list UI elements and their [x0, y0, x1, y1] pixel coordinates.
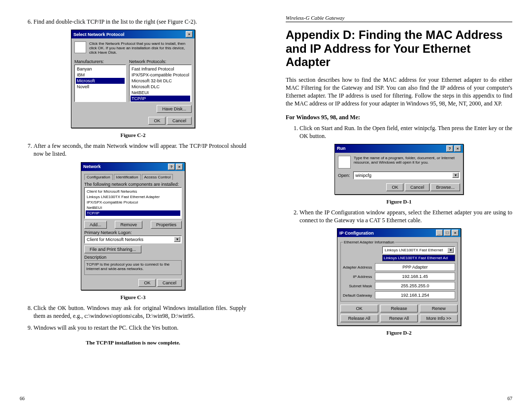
dialog-title: Run: [337, 146, 346, 151]
list-item[interactable]: Banyan: [76, 66, 125, 72]
list-item[interactable]: IPX/SPX-compatible Protocol: [131, 72, 190, 78]
close-icon[interactable]: ×: [454, 145, 461, 152]
adapter-dropdown[interactable]: Linksys LNE100TX Fast Ethernet: [382, 246, 455, 254]
list-item[interactable]: Linksys LNE100TX Fast Ethernet Adapter: [86, 194, 180, 200]
list-item[interactable]: IBM: [76, 72, 125, 78]
protocols-label: Network Protocols:: [129, 59, 192, 64]
close-icon[interactable]: ×: [186, 31, 193, 37]
cancel-button[interactable]: Cancel: [157, 279, 182, 287]
ip-address-value: 192.168.1.45: [375, 273, 455, 280]
page-66: Find and double-click TCP/IP in the list…: [0, 0, 266, 411]
dialog-network: Network ?× Configuration Identification …: [81, 162, 185, 290]
help-icon[interactable]: ?: [168, 164, 175, 170]
page-number: 66: [20, 396, 25, 401]
figure-caption-c2: Figure C-2: [20, 132, 246, 138]
close-icon[interactable]: ×: [452, 230, 459, 236]
close-icon[interactable]: ×: [176, 164, 183, 170]
step-6: Find and double-click TCP/IP in the list…: [33, 18, 246, 26]
appendix-title: Appendix D: Finding the MAC Address and …: [286, 28, 512, 69]
completion-text: The TCP/IP installation is now complete.: [20, 340, 246, 345]
tab-access-control[interactable]: Access Control: [142, 174, 173, 180]
figure-caption-d1: Figure D-1: [286, 199, 512, 205]
list-item[interactable]: IPX/SPX-compatible Protocol: [86, 200, 180, 205]
dialog-titlebar: Run ?×: [335, 144, 463, 153]
protocols-list[interactable]: Fast Infrared Protocol IPX/SPX-compatibl…: [129, 65, 192, 102]
default-gateway-label: Default Gateway: [343, 293, 372, 298]
ok-button[interactable]: OK: [340, 305, 378, 312]
file-print-sharing-button[interactable]: File and Print Sharing...: [84, 245, 141, 253]
list-item[interactable]: TCP/IP: [131, 96, 190, 102]
dialog-titlebar: Select Network Protocol ×: [71, 30, 195, 38]
tab-configuration[interactable]: Configuration: [84, 174, 113, 180]
step-2: When the IP Configuration window appears…: [299, 208, 512, 224]
logon-label: Primary Network Logon:: [84, 230, 182, 235]
renew-all-button[interactable]: Renew All: [380, 314, 418, 322]
run-instruction: Type the name of a program, folder, docu…: [354, 156, 460, 169]
ok-button[interactable]: OK: [138, 279, 156, 287]
more-info-button[interactable]: More Info >>: [420, 314, 458, 322]
help-icon[interactable]: ?: [446, 145, 453, 152]
list-item[interactable]: NetBEUI: [86, 205, 180, 210]
tab-identification[interactable]: Identification: [114, 174, 141, 180]
dialog-title: Select Network Protocol: [73, 32, 125, 37]
subheading-win9x: For Windows 95, 98, and Me:: [286, 114, 512, 121]
step-7: After a few seconds, the main Network wi…: [33, 142, 246, 158]
dialog-select-network-protocol: Select Network Protocol × Click the Netw…: [71, 30, 195, 128]
components-label: The following network components are ins…: [84, 182, 182, 187]
adapter-address-label: Adapter Address: [343, 265, 372, 270]
dialog-titlebar: IP Configuration _□×: [337, 229, 461, 237]
protocol-icon: [74, 41, 86, 53]
minimize-icon[interactable]: _: [436, 230, 443, 236]
release-button[interactable]: Release: [380, 305, 418, 312]
step-1: Click on Start and Run. In the Open fiel…: [299, 124, 512, 140]
figure-caption-c3: Figure C-3: [20, 294, 246, 300]
list-item[interactable]: Microsoft: [76, 78, 125, 84]
components-list[interactable]: Client for Microsoft Networks Linksys LN…: [84, 187, 182, 219]
remove-button[interactable]: Remove: [115, 221, 142, 229]
release-all-button[interactable]: Release All: [340, 314, 378, 322]
list-item[interactable]: Microsoft 32-bit DLC: [131, 78, 190, 84]
intro-paragraph: This section describes how to find the M…: [286, 76, 512, 108]
subnet-mask-label: Subnet Mask: [343, 284, 372, 288]
list-item[interactable]: Microsoft DLC: [131, 84, 190, 90]
add-button[interactable]: Add...: [84, 221, 107, 229]
dialog-ip-configuration: IP Configuration _□× Ethernet Adapter In…: [337, 228, 461, 326]
open-label: Open:: [338, 173, 350, 178]
adapter-dropdown-option[interactable]: Linksys LNE100TX Fast Ethernet Ad: [382, 255, 455, 261]
logon-dropdown[interactable]: Client for Microsoft Networks: [84, 236, 182, 243]
have-disk-button[interactable]: Have Disk...: [157, 105, 192, 113]
dialog-titlebar: Network ?×: [81, 163, 185, 171]
list-item[interactable]: TCP/IP: [86, 210, 180, 216]
open-input[interactable]: winipcfg: [353, 171, 460, 179]
list-item[interactable]: Client for Microsoft Networks: [86, 189, 180, 194]
subnet-mask-value: 255.255.255.0: [375, 282, 455, 290]
step-8: Click the OK button. Windows may ask for…: [33, 304, 246, 320]
list-item[interactable]: NetBEUI: [131, 90, 190, 96]
dialog-title: IP Configuration: [339, 231, 374, 236]
ok-button[interactable]: OK: [386, 183, 403, 191]
dialog-instruction: Click the Network Protocol that you want…: [89, 41, 192, 55]
run-icon: [338, 156, 351, 169]
ok-button[interactable]: OK: [148, 117, 166, 125]
default-gateway-value: 192.168.1.254: [375, 291, 455, 299]
step-9: Windows will ask you to restart the PC. …: [33, 324, 246, 332]
list-item[interactable]: Fast Infrared Protocol: [131, 66, 190, 72]
maximize-icon[interactable]: □: [444, 230, 451, 236]
page-header: Wireless-G Cable Gateway: [286, 15, 512, 22]
cancel-button[interactable]: Cancel: [405, 183, 430, 191]
description-label: Description: [84, 255, 182, 260]
manufacturers-label: Manufacturers:: [74, 59, 126, 64]
ip-address-label: IP Address: [343, 274, 372, 279]
list-item[interactable]: Novell: [76, 84, 125, 90]
properties-button[interactable]: Properties: [151, 221, 182, 229]
manufacturers-list[interactable]: Banyan IBM Microsoft Novell: [74, 65, 126, 102]
renew-button[interactable]: Renew: [420, 305, 458, 312]
adapter-address-value: PPP Adapter: [375, 263, 455, 271]
description-text: TCP/IP is the protocol you use to connec…: [84, 260, 182, 275]
cancel-button[interactable]: Cancel: [167, 117, 192, 125]
browse-button[interactable]: Browse...: [431, 183, 460, 191]
page-number: 67: [507, 396, 512, 401]
group-label: Ethernet Adapter Information: [343, 240, 395, 244]
figure-caption-d2: Figure D-2: [286, 330, 512, 336]
dialog-run: Run ?× Type the name of a program, folde…: [334, 144, 464, 195]
